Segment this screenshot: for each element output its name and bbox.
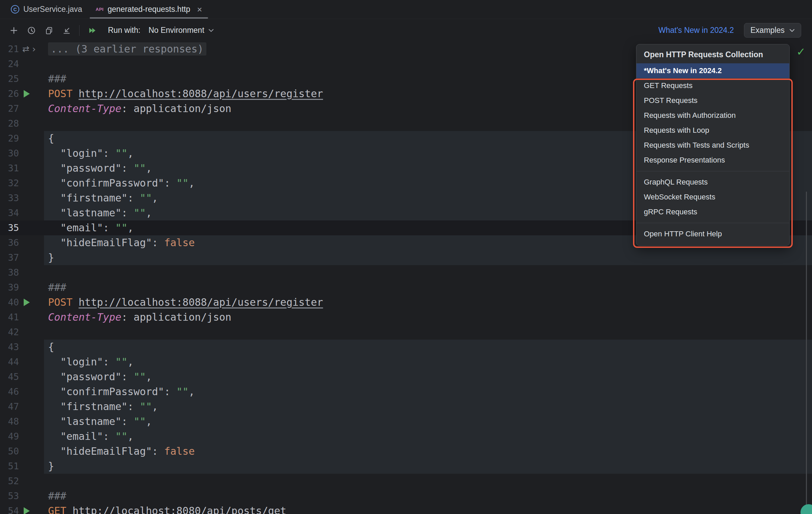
editor-line-41[interactable]: 41Content-Type: application/json	[0, 310, 812, 325]
close-tab-icon[interactable]: ×	[197, 5, 202, 14]
code-line[interactable]: "firstname": "",	[44, 399, 812, 414]
code-token: :	[121, 207, 134, 219]
scrollbar[interactable]	[806, 192, 807, 514]
code-token: "firstname"	[60, 192, 128, 204]
whats-new-link[interactable]: What's New in 2024.2	[658, 26, 734, 35]
run-request-icon[interactable]	[24, 299, 30, 306]
gutter: 37	[0, 250, 44, 265]
code-token: : application/json	[121, 103, 231, 114]
code-line[interactable]	[44, 325, 812, 340]
popup-item-selected[interactable]: *What's New in 2024.2	[636, 63, 789, 78]
editor-line-44[interactable]: 44 "login": "",	[0, 355, 812, 369]
expand-responses-icon[interactable]: ⇄	[22, 42, 29, 57]
editor-line-43[interactable]: 43{	[0, 340, 812, 355]
run-request-icon[interactable]	[24, 90, 30, 98]
editor-line-40[interactable]: 40POST http://localhost:8088/api/users/r…	[0, 295, 812, 310]
code-token: :	[128, 401, 140, 412]
popup-item[interactable]: Response Presentations	[636, 153, 789, 168]
editor-line-39[interactable]: 39###	[0, 280, 812, 295]
line-number: 38	[0, 265, 19, 280]
code-token: ""	[140, 401, 152, 412]
code-token: http://localhost:8080/api/posts/get	[72, 505, 286, 514]
code-token	[48, 386, 60, 398]
editor-line-52[interactable]: 52	[0, 474, 812, 489]
run-all-requests-button[interactable]	[84, 23, 100, 38]
code-token: ,	[146, 207, 152, 219]
code-line[interactable]: "password": "",	[44, 369, 812, 384]
editor-line-53[interactable]: 53###	[0, 489, 812, 504]
popup-item[interactable]: Requests with Authorization	[636, 108, 789, 123]
popup-item[interactable]: GraphQL Requests	[636, 175, 789, 190]
code-token: http://localhost:8088/api/users/register	[78, 296, 323, 308]
code-token: :	[121, 162, 134, 174]
code-line[interactable]: }	[44, 459, 812, 474]
history-button[interactable]	[24, 23, 39, 38]
code-line[interactable]: ###	[44, 489, 812, 504]
gutter: 39	[0, 280, 44, 295]
popup-item[interactable]: POST Requests	[636, 93, 789, 108]
code-line[interactable]: POST http://localhost:8088/api/users/reg…	[44, 295, 812, 310]
gutter: 28	[0, 116, 44, 131]
editor-line-49[interactable]: 49 "email": "",	[0, 429, 812, 444]
code-line[interactable]: "hideEmailFlag": false	[44, 444, 812, 459]
gutter: 21⇄›	[0, 42, 44, 57]
line-number: 24	[0, 57, 19, 71]
code-token: :	[164, 386, 176, 398]
editor-line-51[interactable]: 51}	[0, 459, 812, 474]
code-token: ""	[115, 222, 128, 234]
code-line[interactable]	[44, 474, 812, 489]
editor-line-37[interactable]: 37}	[0, 250, 812, 265]
popup-item[interactable]: gRPC Requests	[636, 205, 789, 219]
popup-item[interactable]: Open HTTP Client Help	[636, 227, 789, 241]
editor-line-54[interactable]: 54GET http://localhost:8080/api/posts/ge…	[0, 504, 812, 514]
examples-dropdown[interactable]: Examples	[744, 23, 801, 38]
copy-request-button[interactable]	[41, 23, 57, 38]
code-token	[48, 237, 60, 249]
environment-selector[interactable]: No Environment	[149, 26, 214, 35]
code-token: ###	[48, 73, 66, 85]
code-line[interactable]: }	[44, 250, 812, 265]
code-line[interactable]: ###	[44, 280, 812, 295]
gutter: 44	[0, 355, 44, 369]
editor-line-50[interactable]: 50 "hideEmailFlag": false	[0, 444, 812, 459]
code-line[interactable]: {	[44, 340, 812, 355]
editor-line-45[interactable]: 45 "password": "",	[0, 369, 812, 384]
code-line[interactable]: GET http://localhost:8080/api/posts/get	[44, 504, 812, 514]
gutter: 29	[0, 131, 44, 146]
editor-line-38[interactable]: 38	[0, 265, 812, 280]
code-token	[48, 222, 60, 234]
code-line[interactable]	[44, 265, 812, 280]
line-number: 32	[0, 176, 19, 191]
popup-item[interactable]: Requests with Tests and Scripts	[636, 138, 789, 153]
popup-item[interactable]: WebSocket Requests	[636, 190, 789, 205]
add-request-button[interactable]	[6, 23, 22, 38]
popup-item[interactable]: GET Requests	[636, 78, 789, 93]
code-token: :	[103, 222, 115, 234]
code-token: "lastname"	[60, 207, 121, 219]
code-line[interactable]: "confirmPassword": "",	[44, 384, 812, 399]
code-token: : application/json	[121, 311, 231, 323]
code-line[interactable]: "lastname": "",	[44, 414, 812, 429]
editor-line-42[interactable]: 42	[0, 325, 812, 340]
line-number: 33	[0, 191, 19, 206]
gutter: 54	[0, 504, 44, 514]
editor-line-48[interactable]: 48 "lastname": "",	[0, 414, 812, 429]
code-token: ###	[48, 281, 66, 293]
popup-item[interactable]: Requests with Loop	[636, 123, 789, 138]
code-line[interactable]: "login": "",	[44, 355, 812, 369]
open-log-button[interactable]	[59, 23, 74, 38]
code-line[interactable]: "email": "",	[44, 429, 812, 444]
line-number: 49	[0, 429, 19, 444]
code-token	[48, 415, 60, 427]
code-token	[48, 371, 60, 383]
code-line[interactable]: Content-Type: application/json	[44, 310, 812, 325]
code-token: ,	[146, 415, 152, 427]
run-request-icon[interactable]	[24, 507, 30, 514]
fold-chevron-icon[interactable]: ›	[32, 42, 36, 57]
editor-line-47[interactable]: 47 "firstname": "",	[0, 399, 812, 414]
tab-userservice-java[interactable]: C UserService.java	[4, 0, 89, 19]
code-token: :	[103, 147, 115, 159]
gutter: 36	[0, 235, 44, 250]
tab-generated-requests-http[interactable]: API generated-requests.http ×	[89, 0, 209, 19]
editor-line-46[interactable]: 46 "confirmPassword": "",	[0, 384, 812, 399]
